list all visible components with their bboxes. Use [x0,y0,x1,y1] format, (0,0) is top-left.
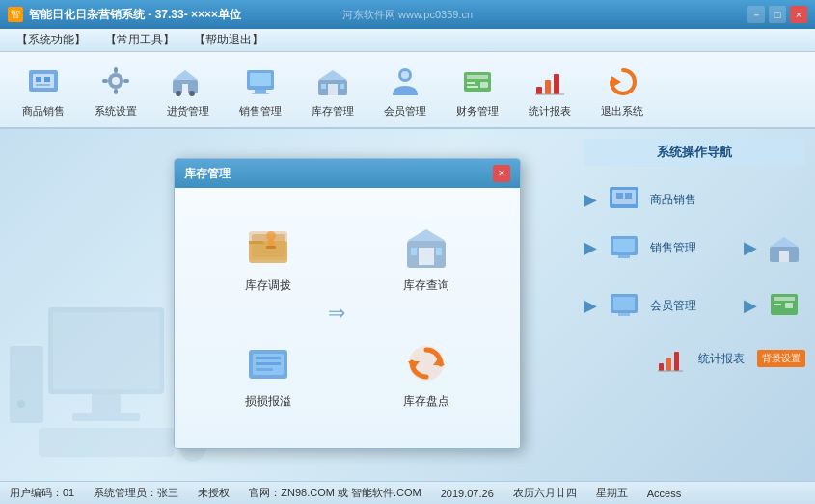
modal-stock-transfer[interactable]: 库存调拨 [204,217,333,304]
goods-sale-label: 商品销售 [22,104,65,119]
svg-rect-7 [114,67,118,73]
svg-marker-54 [770,237,799,247]
inventory-icon [313,62,352,100]
toolbar-exit[interactable]: 退出系统 [588,56,656,123]
right-nav-member[interactable]: ▶ 会员管理 ▶ [584,281,805,330]
title-bar-left: 智 智能日化日杂营销系统 - 37.33- ××××单位 [8,7,241,23]
modal-close-button[interactable]: × [493,165,510,182]
svg-point-15 [189,91,195,96]
menu-item-tools[interactable]: 【常用工具】 [96,29,183,51]
svg-rect-58 [618,313,630,316]
sys-settings-label: 系统设置 [95,104,137,119]
right-finance-icon [762,286,805,325]
exit-label: 退出系统 [601,104,643,119]
loss-report-label: 损损报溢 [245,393,291,410]
purchase-label: 进货管理 [167,104,209,119]
svg-rect-65 [674,352,679,371]
goods-sale-icon [24,62,63,100]
right-nav-title: 系统操作导航 [584,139,805,166]
right-goods-sale-label: 商品销售 [650,192,696,208]
toolbar-purchase[interactable]: 进货管理 [154,56,222,123]
toolbar-goods-sale[interactable]: 商品销售 [10,56,77,123]
modal-header: 库存管理 × [175,159,520,188]
svg-rect-62 [785,303,793,308]
right-goods-sale-icon [602,180,645,219]
svg-rect-30 [467,86,478,88]
status-user-name: 系统管理员：张三 [94,486,178,500]
svg-rect-44 [14,356,39,370]
member-label: 会员管理 [384,104,426,119]
svg-rect-61 [774,304,781,305]
sales-label: 销售管理 [239,104,282,119]
svg-rect-8 [114,89,118,94]
right-sales-label: 销售管理 [650,240,696,256]
menu-item-sys[interactable]: 【系统功能】 [8,29,95,51]
stock-transfer-label: 库存调拨 [245,278,291,294]
bg-settings-btn[interactable]: 背景设置 [757,350,805,367]
svg-rect-3 [44,77,50,82]
svg-rect-34 [554,74,559,94]
right-sales-icon [602,228,645,267]
modal-loss-report[interactable]: 损损报溢 [204,332,333,419]
arrow-icon-sales: ▶ [584,237,597,258]
svg-rect-55 [779,251,789,262]
svg-point-14 [176,91,181,96]
right-nav-stats[interactable]: 统计报表 背景设置 [584,334,805,383]
minimize-button[interactable]: － [747,6,765,23]
svg-rect-75 [411,248,417,255]
modal-body: 库存调拨 库存查询 ⇒ [175,188,520,448]
svg-rect-63 [659,363,664,371]
title-text: 智能日化日杂营销系统 - 37.33- ××××单位 [29,7,241,23]
toolbar-finance[interactable]: 财务管理 [444,56,511,123]
finance-label: 财务管理 [456,104,499,119]
svg-rect-79 [256,357,281,359]
toolbar-member[interactable]: 会员管理 [371,56,439,123]
toolbar-inventory[interactable]: 库存管理 [299,56,367,123]
menu-bar: 【系统功能】 【常用工具】 【帮助退出】 [0,29,815,52]
svg-marker-36 [611,76,621,88]
stock-count-label: 库存盘点 [403,393,449,410]
svg-rect-71 [266,246,276,249]
modal-stock-query[interactable]: 库存查询 [362,217,491,304]
right-stats-label: 统计报表 [698,351,745,367]
status-db: Access [647,488,681,499]
modal-center-arrow: ⇒ [328,301,345,326]
arrow-icon-member: ▶ [584,295,597,316]
purchase-icon [169,62,207,100]
toolbar-sales[interactable]: 销售管理 [227,56,294,123]
svg-rect-57 [613,297,635,310]
arrow-icon-sales2: ▶ [744,237,757,258]
toolbar: 商品销售 系统设置 进货管理 [0,52,815,129]
title-controls: － □ × [747,6,807,23]
arrow-icon-finance: ▶ [744,295,757,316]
toolbar-sys-settings[interactable]: 系统设置 [82,56,149,123]
svg-rect-31 [480,82,488,88]
svg-rect-17 [250,73,271,86]
title-bar: 智 智能日化日杂营销系统 - 37.33- ××××单位 河东软件网 www.p… [0,0,815,29]
svg-rect-41 [39,428,174,457]
svg-marker-21 [318,70,347,80]
svg-rect-10 [123,79,129,83]
right-nav-sales[interactable]: ▶ 销售管理 ▶ [584,224,805,272]
stats-label: 统计报表 [529,104,571,119]
right-stats-icon [650,339,693,378]
inventory-label: 库存管理 [312,104,354,119]
modal-stock-count[interactable]: 库存盘点 [362,332,491,419]
svg-rect-47 [612,190,636,204]
svg-rect-74 [419,248,434,265]
right-inventory-icon [762,228,805,267]
menu-item-help[interactable]: 【帮助退出】 [185,29,272,51]
svg-rect-28 [467,75,488,79]
close-button[interactable]: × [790,6,807,23]
svg-marker-12 [173,70,198,80]
maximize-button[interactable]: □ [769,6,786,23]
svg-rect-22 [328,84,338,95]
modal-title: 库存管理 [184,166,231,182]
exit-icon [603,62,641,100]
svg-marker-73 [407,229,446,241]
status-date: 2019.07.26 [441,488,494,499]
right-nav-goods-sale[interactable]: ▶ 商品销售 [584,175,805,224]
svg-rect-51 [613,239,635,252]
toolbar-stats[interactable]: 统计报表 [516,56,584,123]
svg-point-45 [17,400,25,408]
